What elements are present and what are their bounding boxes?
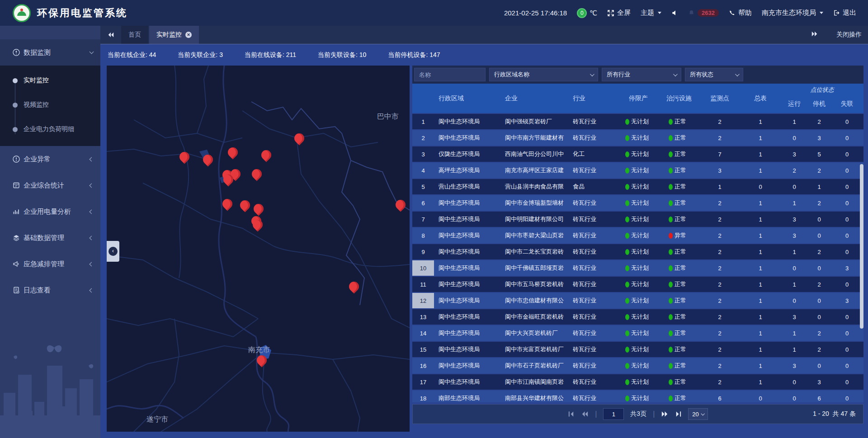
- map-pin-icon[interactable]: [254, 204, 264, 214]
- status-filter-select[interactable]: 所有状态: [685, 68, 743, 81]
- cell-meters: 1: [740, 374, 781, 390]
- status-dot-icon: [669, 314, 673, 320]
- sound-button[interactable]: [671, 9, 678, 16]
- sidebar-item-4[interactable]: 企业用电量分析: [0, 198, 100, 225]
- col-facility: 治污设施: [659, 84, 699, 113]
- table-row[interactable]: 16阆中生态环境局阆中市石子页岩机砖厂砖瓦行业无计划正常21300: [412, 358, 863, 373]
- industry-filter-select[interactable]: 所有行业: [602, 68, 681, 81]
- tab-close-icon[interactable]: ✕: [185, 32, 192, 38]
- table-row[interactable]: 7阆中生态环境局阆中明阳建材有限公司砖瓦行业无计划正常21300: [412, 212, 863, 227]
- table-row[interactable]: 10阆中生态环境局阆中千佛镇五郎垭页岩砖瓦行业无计划正常21003: [412, 260, 863, 276]
- map-pin-icon[interactable]: [223, 174, 233, 184]
- map-collapse-button[interactable]: ‹: [107, 241, 119, 262]
- cell-index: 3: [412, 146, 434, 162]
- cell-lost: 0: [830, 391, 863, 402]
- next-page-button[interactable]: [661, 411, 669, 417]
- tabs-scroll-right-button[interactable]: [811, 31, 818, 39]
- map-pin-icon[interactable]: [179, 152, 189, 162]
- map-pin-icon[interactable]: [294, 133, 304, 143]
- notifications[interactable]: 2632: [688, 9, 719, 17]
- name-filter-input[interactable]: [414, 68, 486, 81]
- cell-company: 南部县兴华建材有限公: [500, 391, 568, 402]
- cell-company: 阆中市五马桥页岩机砖: [500, 277, 568, 292]
- theme-dropdown[interactable]: 主题: [641, 9, 661, 17]
- sidebar-subitem-3[interactable]: 企业电力负荷明细: [0, 117, 100, 141]
- map-pin-icon[interactable]: [396, 200, 406, 210]
- map-pin-icon[interactable]: [252, 169, 262, 179]
- map-pin-icon[interactable]: [261, 150, 271, 160]
- sidebar-item-2[interactable]: 企业异常: [0, 146, 100, 172]
- bullet-dot-icon: [13, 127, 18, 132]
- map-pin-icon[interactable]: [349, 282, 359, 292]
- temperature: 0 ℃: [577, 8, 597, 18]
- table-row[interactable]: 14阆中生态环境局阆中大兴页岩机砖厂砖瓦行业无计划正常21120: [412, 325, 863, 341]
- logout-button[interactable]: 退出: [833, 9, 856, 17]
- table-row[interactable]: 8阆中生态环境局阆中市枣碧大梁山页岩砖瓦行业无计划异常21300: [412, 228, 863, 243]
- table-row[interactable]: 4高坪生态环境局南充市高坪区王家店建砖瓦行业无计划正常31220: [412, 163, 863, 178]
- cell-stop: 0: [808, 293, 830, 308]
- table-row[interactable]: 18南部生态环境局南部县兴华建材有限公砖瓦行业无计划正常60060: [412, 391, 863, 402]
- map-pin-icon[interactable]: [222, 199, 232, 209]
- prev-page-button[interactable]: [581, 411, 589, 417]
- cell-stop: 0: [808, 228, 830, 243]
- table-row[interactable]: 13阆中生态环境局阆中市金福旺页岩机砖砖瓦行业无计划正常21300: [412, 309, 863, 325]
- fullscreen-button[interactable]: 全屏: [607, 9, 631, 17]
- sidebar-item-5[interactable]: 基础数据管理: [0, 225, 100, 251]
- cell-company: 阆中市二龙长宝页岩砖: [500, 244, 568, 259]
- cell-run: 0: [781, 293, 808, 308]
- status-dot-icon: [669, 119, 673, 125]
- page-number-input[interactable]: [603, 408, 624, 420]
- chart-icon: [12, 207, 20, 216]
- table-row[interactable]: 15阆中生态环境局阆中市光富页岩机砖厂砖瓦行业无计划正常21120: [412, 342, 863, 357]
- close-operations-button[interactable]: 关闭操作: [836, 31, 862, 39]
- cell-points: 2: [699, 293, 740, 308]
- sidebar-item-7[interactable]: 日志查看: [0, 277, 100, 303]
- table-row[interactable]: 17阆中生态环境局阆中市江南镇阆南页岩砖瓦行业无计划正常21030: [412, 374, 863, 390]
- table-row[interactable]: 3仪陇生态环境局西南油气田分公司川中化工无计划正常71350: [412, 146, 863, 162]
- tab-1[interactable]: 首页: [121, 26, 148, 44]
- sidebar-item-1[interactable]: 数据监测: [0, 39, 100, 66]
- map-pin-icon[interactable]: [203, 155, 213, 165]
- map-pin-icon[interactable]: [257, 355, 267, 365]
- tab-2[interactable]: 实时监控✕: [149, 26, 199, 44]
- sidebar-item-label: 企业用电量分析: [24, 207, 71, 216]
- table-row[interactable]: 6阆中生态环境局阆中市金博瑞新型墙材砖瓦行业无计划正常21120: [412, 195, 863, 211]
- status-dot-icon: [669, 135, 673, 141]
- table-row[interactable]: 1阆中生态环境局阆中强锐页岩砖厂砖瓦行业无计划正常21120: [412, 114, 863, 129]
- table-row[interactable]: 12阆中生态环境局阆中市忠信建材有限公砖瓦行业无计划正常21003: [412, 293, 863, 308]
- table-row[interactable]: 11阆中生态环境局阆中市五马桥页岩机砖砖瓦行业无计划正常21120: [412, 277, 863, 292]
- table-row[interactable]: 2阆中生态环境局阆中市南方节能建材有砖瓦行业无计划正常21030: [412, 130, 863, 146]
- map[interactable]: 巴中市南充市遂宁市 ‹: [107, 66, 410, 432]
- chevron-down-icon: [673, 72, 678, 76]
- cell-industry: 砖瓦行业: [568, 212, 618, 227]
- cell-stop: 1: [808, 179, 830, 194]
- page-size-select[interactable]: 20: [688, 408, 708, 420]
- user-dropdown[interactable]: 南充市生态环境局: [762, 9, 823, 17]
- cell-facility: 正常: [659, 342, 699, 357]
- tabs-scroll-left-button[interactable]: [100, 26, 121, 44]
- table-row[interactable]: 9阆中生态环境局阆中市二龙长宝页岩砖砖瓦行业无计划正常21120: [412, 244, 863, 259]
- map-pin-icon[interactable]: [240, 200, 250, 210]
- region-filter-select[interactable]: 行政区域名称: [489, 68, 598, 81]
- sidebar-subitem-1[interactable]: 实时监控: [0, 68, 100, 93]
- last-page-button[interactable]: [675, 411, 682, 417]
- status-dot-icon: [669, 396, 673, 401]
- table-row[interactable]: 5营山生态环境局营山县润丰肉食品有限食品无计划正常10010: [412, 179, 863, 194]
- map-pin-icon[interactable]: [253, 220, 263, 230]
- pagination-range: 1 - 20 共 47 条: [813, 410, 856, 418]
- cell-facility: 正常: [659, 163, 699, 178]
- cell-run: 2: [781, 163, 808, 178]
- map-pin-icon[interactable]: [228, 147, 238, 157]
- chevron-left-icon: [90, 209, 94, 214]
- sidebar-item-6[interactable]: 应急减排管理: [0, 251, 100, 277]
- sidebar-item-3[interactable]: 企业综合统计: [0, 172, 100, 198]
- first-page-button[interactable]: [568, 411, 575, 417]
- scrollbar-thumb[interactable]: [860, 164, 863, 329]
- cell-run: 0: [781, 179, 808, 194]
- cell-facility: 正常: [659, 374, 699, 390]
- megaphone-icon: [12, 260, 20, 268]
- cell-lost: 0: [830, 325, 863, 341]
- help-button[interactable]: 帮助: [729, 9, 752, 17]
- map-city-label: 巴中市: [377, 112, 399, 121]
- sidebar-subitem-2[interactable]: 视频监控: [0, 93, 100, 117]
